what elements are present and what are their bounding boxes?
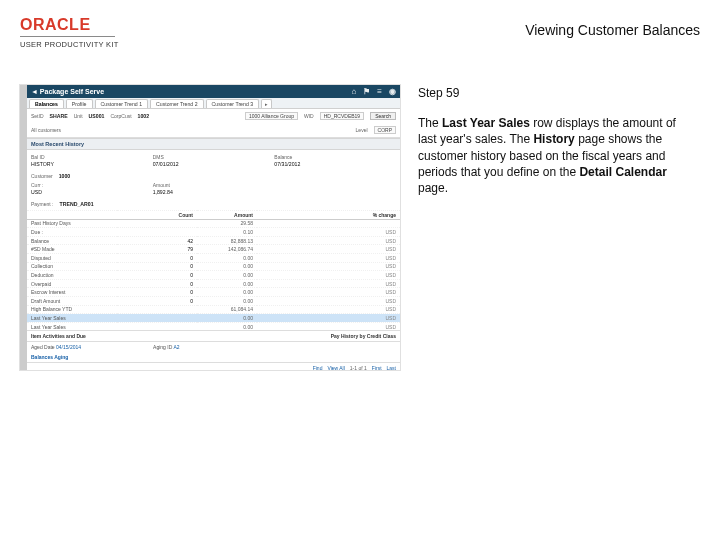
cell: [117, 228, 197, 237]
k-ageddate: Aged Date: [31, 344, 55, 350]
tab-trend3[interactable]: Customer Trend 3: [206, 99, 260, 108]
history-table: Count Amount % change Past History Days2…: [27, 210, 400, 330]
value-corpcust: 1002: [138, 113, 150, 119]
tab-trend1[interactable]: Customer Trend 1: [95, 99, 149, 108]
globe-icon[interactable]: ◉: [389, 87, 396, 96]
col-change: % change: [257, 211, 400, 220]
cell: 0: [117, 271, 197, 280]
v-amt: 1,892.84: [153, 189, 275, 195]
cell: [257, 219, 400, 228]
cell: Collection: [27, 262, 117, 271]
cell: 0.00: [197, 253, 257, 262]
cell: 0.00: [197, 296, 257, 305]
v-curr: USD: [31, 189, 153, 195]
cell: USD: [257, 288, 400, 297]
cell: Last Year Sales: [27, 322, 117, 330]
table-row: Overpaid00.00USD: [27, 279, 400, 288]
b2: History: [533, 132, 574, 146]
cell: Disputed: [27, 253, 117, 262]
cell: USD: [257, 296, 400, 305]
tab-profile[interactable]: Profile: [66, 99, 93, 108]
col-amount: Amount: [197, 211, 257, 220]
cell: 79: [117, 245, 197, 254]
table-header-row: Count Amount % change: [27, 211, 400, 220]
cell: 0.10: [197, 228, 257, 237]
tab-strip: Balances Profile Customer Trend 1 Custom…: [27, 98, 400, 109]
tab-balances[interactable]: Balances: [29, 99, 64, 108]
cell: Draft Amount: [27, 296, 117, 305]
col-count: Count: [117, 211, 197, 220]
cell: USD: [257, 314, 400, 323]
k-curr: Curr :: [31, 182, 153, 188]
menu-icon[interactable]: ≡: [377, 87, 382, 96]
pager-viewall[interactable]: View All: [327, 365, 344, 370]
k-balid: Bal ID: [31, 154, 153, 160]
k-agingid: Aging ID: [153, 344, 172, 350]
cell: Last Year Sales: [27, 314, 117, 323]
wid-field[interactable]: HD_RCVDEB19: [320, 112, 364, 120]
table-row: Last Year Sales0.00USD: [27, 314, 400, 323]
v-bal: 07/31/2012: [274, 161, 396, 167]
cell: USD: [257, 279, 400, 288]
b1: Last Year Sales: [442, 116, 530, 130]
label-unit: Unit: [74, 113, 83, 119]
table-row: High Balance YTD61,084.14USD: [27, 305, 400, 314]
cell: USD: [257, 322, 400, 330]
table-row: Due :0.10USD: [27, 228, 400, 237]
label-wid: WID: [304, 113, 314, 119]
v-ageddate: 04/15/2014: [56, 344, 81, 350]
cell: 0.00: [197, 279, 257, 288]
split-left: Item Activities and Due: [31, 333, 86, 339]
cell: [117, 322, 197, 330]
instruction-text: The Last Year Sales row displays the amo…: [418, 115, 688, 196]
level-field[interactable]: CORP: [374, 126, 396, 134]
table-row: Disputed00.00USD: [27, 253, 400, 262]
value-unit: US001: [89, 113, 105, 119]
app-screenshot: ◄ Package Self Serve ⌂ ⚑ ≡ ◉ Balances Pr…: [20, 85, 400, 370]
t1: The: [418, 116, 442, 130]
split-header: Item Activities and Due Pay History by C…: [27, 330, 400, 342]
step-label: Step 59: [418, 85, 688, 101]
v-payment: TREND_AR01: [60, 201, 94, 207]
search-button[interactable]: Search: [370, 112, 396, 120]
b3: Detail Calendar: [579, 165, 666, 179]
tab-add[interactable]: ▸: [261, 99, 272, 108]
table-row: Balance4282,888.13USD: [27, 236, 400, 245]
pager-last[interactable]: Last: [387, 365, 396, 370]
pager-find[interactable]: Find: [313, 365, 323, 370]
t4: page.: [418, 181, 448, 195]
cell: USD: [257, 253, 400, 262]
cell: Balance: [27, 236, 117, 245]
cell: 0: [117, 288, 197, 297]
cell: Deduction: [27, 271, 117, 280]
cell: 0.00: [197, 322, 257, 330]
k-payment: Payment :: [31, 201, 54, 207]
cell: 0.00: [197, 271, 257, 280]
v-dms: 07/01/2012: [153, 161, 275, 167]
cell: 29.58: [197, 219, 257, 228]
cell: 0: [117, 253, 197, 262]
table-row: Escrow Interest00.00USD: [27, 288, 400, 297]
table-row: Collection00.00USD: [27, 262, 400, 271]
page-title: Viewing Customer Balances: [525, 22, 700, 38]
table-row: Deduction00.00USD: [27, 271, 400, 280]
value-setid: SHARE: [50, 113, 68, 119]
instruction-panel: Step 59 The Last Year Sales row displays…: [418, 85, 688, 370]
tab-trend2[interactable]: Customer Trend 2: [150, 99, 204, 108]
summary-triple-1: Bal IDHISTORY DMS07/01/2012 Balance07/31…: [27, 150, 400, 173]
customer-chip[interactable]: 1000 Alliance Group: [245, 112, 298, 120]
home-icon[interactable]: ⌂: [351, 87, 356, 96]
cell: Overpaid: [27, 279, 117, 288]
cell: [117, 305, 197, 314]
cell: USD: [257, 245, 400, 254]
filter-row-2: All customers Level CORP: [27, 123, 400, 138]
section-header: Most Recent History: [27, 138, 400, 150]
cell: USD: [257, 262, 400, 271]
label-level: Level: [356, 127, 368, 133]
flag-icon[interactable]: ⚑: [363, 87, 370, 96]
cell: Due :: [27, 228, 117, 237]
pager: Find View All 1-1 of 1 First Last: [27, 363, 400, 370]
brand-logo: ORACLE USER PRODUCTIVITY KIT: [20, 16, 119, 49]
pager-first[interactable]: First: [372, 365, 382, 370]
grid-title[interactable]: Balances Aging: [27, 352, 400, 363]
